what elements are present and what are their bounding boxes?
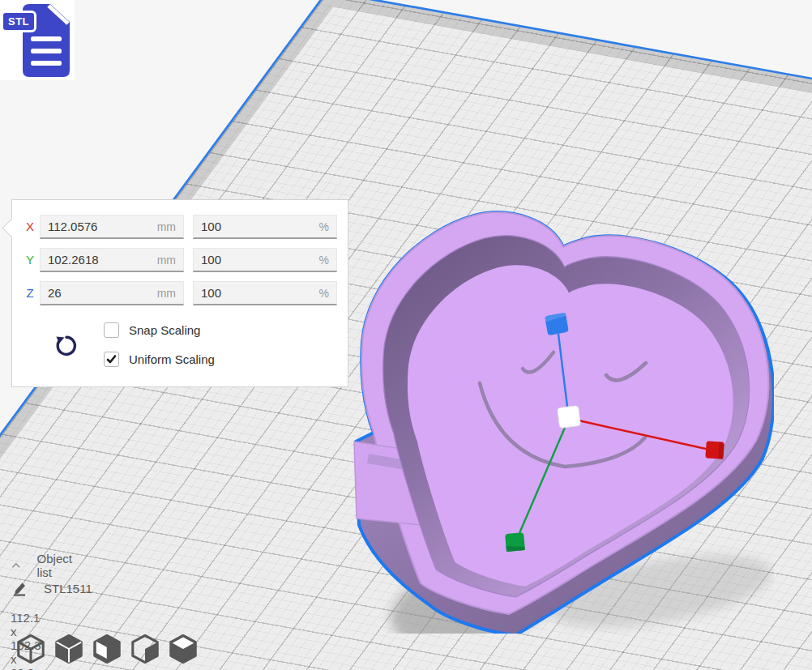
scale-tool-panel: X mm % Y mm % Z mm (11, 199, 348, 387)
view-front-button[interactable] (54, 634, 83, 665)
scale-y-mm-input[interactable] (41, 249, 183, 271)
object-item-name: STL1511 (44, 582, 92, 595)
camera-view-toolbar (16, 634, 198, 665)
edit-pencil-icon (11, 580, 29, 596)
model-heart-mold[interactable] (344, 204, 774, 634)
stl-file-stamp: STL (0, 0, 75, 80)
front-view-icon (55, 634, 83, 664)
scale-z-mm-input[interactable] (41, 282, 183, 304)
check-icon (106, 354, 117, 365)
object-list-header[interactable]: Object list (11, 552, 75, 579)
snap-scaling-checkbox[interactable] (104, 322, 119, 338)
scale-x-percent-input[interactable] (194, 216, 336, 237)
scale-handle-x[interactable] (705, 441, 724, 459)
axis-x-label: X (24, 220, 36, 233)
scale-row-z: Z mm % (12, 281, 348, 305)
uniform-scaling-label: Uniform Scaling (129, 352, 215, 366)
view-3d-button[interactable] (16, 634, 45, 665)
3d-view-icon (17, 634, 45, 664)
object-list-title: Object list (37, 552, 76, 579)
chevron-up-icon (11, 561, 21, 570)
right-side-view-icon (169, 634, 197, 664)
axis-z-label: Z (24, 286, 36, 300)
snap-scaling-label: Snap Scaling (129, 323, 200, 337)
view-left-button[interactable] (130, 634, 160, 665)
snap-scaling-row: Snap Scaling (104, 322, 200, 338)
stl-badge-label: STL (8, 15, 29, 28)
reset-scale-button[interactable] (54, 333, 79, 359)
object-list-item[interactable]: STL1511 (11, 580, 92, 596)
left-side-view-icon (131, 634, 159, 664)
axis-y-label: Y (24, 253, 36, 267)
scale-handle-z[interactable] (545, 313, 569, 335)
scale-row-x: X mm % (12, 215, 348, 239)
scale-row-y: Y mm % (12, 248, 348, 272)
stl-badge: STL (1, 11, 36, 32)
top-view-icon (93, 634, 121, 664)
scale-x-mm-input[interactable] (41, 216, 183, 237)
application-viewport: STL X mm % Y mm % (0, 0, 812, 670)
uniform-scaling-checkbox[interactable] (104, 352, 119, 367)
view-right-button[interactable] (169, 634, 198, 665)
view-top-button[interactable] (92, 634, 122, 665)
uniform-scaling-row: Uniform Scaling (104, 352, 215, 367)
scale-z-percent-input[interactable] (194, 282, 336, 304)
scale-handle-center[interactable] (558, 406, 581, 429)
scale-y-percent-input[interactable] (194, 249, 336, 271)
scale-handle-y[interactable] (505, 532, 525, 552)
reset-icon (54, 333, 79, 359)
